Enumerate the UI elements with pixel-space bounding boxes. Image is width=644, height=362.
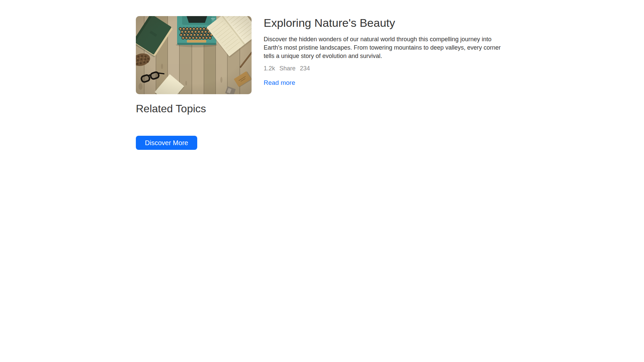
related-topics-list: [136, 115, 508, 136]
article-card: Exploring Nature's Beauty Discover the h…: [136, 16, 508, 94]
related-topics-heading: Related Topics: [136, 102, 508, 115]
article-body: Exploring Nature's Beauty Discover the h…: [264, 16, 508, 86]
discover-more-button[interactable]: Discover More: [136, 136, 197, 150]
stats-row: 1.2k Share 234: [264, 65, 508, 72]
article-title: Exploring Nature's Beauty: [264, 16, 508, 30]
share-button[interactable]: Share: [279, 65, 296, 72]
read-more-link[interactable]: Read more: [264, 79, 295, 86]
page-container: Exploring Nature's Beauty Discover the h…: [136, 0, 508, 150]
article-image: [136, 16, 252, 94]
article-description: Discover the hidden wonders of our natur…: [264, 35, 508, 60]
comment-count: 234: [300, 65, 310, 72]
like-count: 1.2k: [264, 65, 275, 72]
typewriter-photo-illustration: [136, 16, 252, 94]
